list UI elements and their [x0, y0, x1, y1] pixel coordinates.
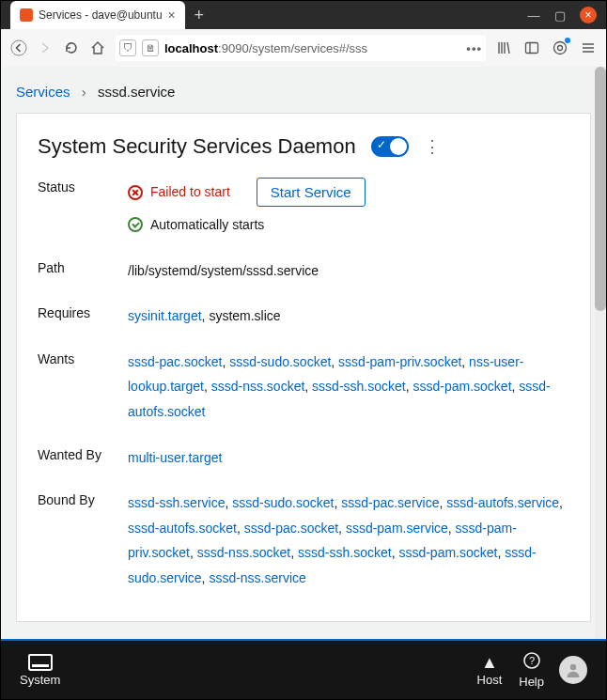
unit-link[interactable]: sssd-sudo.socket — [229, 354, 331, 369]
requires-list: sysinit.target, system.slice — [128, 303, 569, 329]
scrollbar-track[interactable] — [595, 67, 606, 641]
unit-link[interactable]: sssd-pac.socket — [244, 521, 338, 536]
unit-link[interactable]: multi-user.target — [128, 450, 222, 465]
unit-link: system.slice — [209, 308, 280, 323]
unit-link[interactable]: sysinit.target — [128, 308, 202, 323]
url-bar[interactable]: ⛉ 🗎 localhost:9090/system/services#/sss … — [116, 35, 486, 61]
page-title: System Security Services Daemon — [38, 134, 356, 159]
error-circle-icon — [128, 185, 143, 200]
unit-link[interactable]: sssd-ssh.service — [128, 495, 225, 510]
window-close-icon[interactable]: × — [580, 7, 597, 23]
nav-system-label: System — [20, 673, 60, 687]
unit-link[interactable]: sssd-pac.service — [341, 495, 439, 510]
wants-label: Wants — [38, 350, 128, 366]
help-icon: ? — [522, 651, 541, 673]
nav-help[interactable]: ? Help — [519, 651, 544, 689]
wanted-by-list: multi-user.target — [128, 445, 569, 471]
window-minimize-icon[interactable]: — — [527, 8, 540, 22]
unit-link[interactable]: sssd-pam.socket — [412, 379, 511, 394]
shield-icon[interactable]: ⛉ — [119, 39, 136, 56]
unit-link[interactable]: sssd-nss.socket — [197, 545, 291, 560]
user-avatar[interactable] — [559, 656, 587, 684]
breadcrumb-root-link[interactable]: Services — [16, 84, 70, 100]
wants-list: sssd-pac.socket, sssd-sudo.socket, sssd-… — [128, 350, 569, 425]
nav-system[interactable]: System — [20, 654, 60, 687]
svg-rect-1 — [526, 43, 538, 54]
chevron-right-icon: › — [82, 84, 86, 100]
reload-icon[interactable] — [63, 39, 80, 56]
svg-text:?: ? — [529, 655, 535, 666]
nav-help-label: Help — [519, 675, 544, 689]
unit-link[interactable]: sssd-nss.service — [209, 570, 305, 585]
unit-link[interactable]: sssd-autofs.service — [446, 495, 559, 510]
browser-tab[interactable]: Services - dave@ubuntu × — [10, 1, 185, 29]
sidebar-icon[interactable] — [523, 39, 540, 56]
unit-link[interactable]: sssd-pam-priv.socket — [338, 354, 461, 369]
chevron-up-icon: ▲ — [481, 654, 498, 671]
url-text: localhost:9090/system/services#/sss — [164, 41, 460, 55]
favicon-icon — [20, 8, 33, 22]
menu-icon[interactable] — [580, 39, 597, 56]
library-icon[interactable] — [495, 39, 512, 56]
nav-forward-icon — [37, 39, 54, 56]
nav-host[interactable]: ▲ Host — [477, 654, 503, 687]
service-card: System Security Services Daemon ✓ ⋮ Stat… — [16, 113, 591, 622]
requires-label: Requires — [38, 303, 128, 320]
svg-point-0 — [11, 40, 26, 55]
tab-title: Services - dave@ubuntu — [39, 8, 163, 22]
start-service-button[interactable]: Start Service — [257, 178, 366, 207]
path-value: /lib/systemd/system/sssd.service — [128, 258, 569, 284]
status-label: Status — [38, 178, 128, 194]
unit-link[interactable]: sssd-pam.service — [346, 521, 448, 536]
window-maximize-icon[interactable]: ▢ — [553, 8, 567, 22]
unit-link[interactable]: sssd-autofs.socket — [128, 521, 237, 536]
status-auto-text: Automatically starts — [150, 212, 264, 238]
browser-toolbar: ⛉ 🗎 localhost:9090/system/services#/sss … — [1, 29, 606, 68]
unit-link[interactable]: sssd-sudo.socket — [232, 495, 334, 510]
wanted-by-label: Wanted By — [38, 445, 128, 462]
profile-icon[interactable] — [552, 39, 568, 56]
svg-point-3 — [554, 42, 567, 54]
window-titlebar: Services - dave@ubuntu × + — ▢ × — [1, 1, 606, 29]
check-icon: ✓ — [377, 138, 386, 151]
unit-link[interactable]: sssd-nss.socket — [211, 379, 305, 394]
nav-host-label: Host — [477, 673, 503, 687]
service-enable-toggle[interactable]: ✓ — [371, 136, 409, 157]
kebab-menu-icon[interactable]: ⋮ — [424, 138, 441, 155]
svg-point-7 — [570, 664, 576, 670]
new-tab-button[interactable]: + — [189, 5, 210, 25]
bound-by-list: sssd-ssh.service, sssd-sudo.socket, sssd… — [128, 490, 569, 590]
url-more-icon[interactable]: ••• — [466, 41, 482, 55]
scrollbar-thumb[interactable] — [595, 67, 606, 311]
nav-back-icon[interactable] — [10, 39, 27, 56]
bound-by-label: Bound By — [38, 490, 128, 507]
tab-close-icon[interactable]: × — [168, 8, 176, 22]
unit-link[interactable]: sssd-pac.socket — [128, 354, 222, 369]
svg-point-4 — [558, 46, 563, 51]
toggle-knob — [390, 138, 407, 155]
breadcrumb: Services › sssd.service — [16, 78, 591, 113]
success-circle-icon — [128, 217, 143, 232]
path-label: Path — [38, 258, 128, 275]
home-icon[interactable] — [89, 39, 106, 56]
unit-link[interactable]: sssd-ssh.socket — [312, 379, 406, 394]
unit-link[interactable]: sssd-pam.socket — [398, 545, 497, 560]
server-icon — [28, 654, 53, 671]
site-info-icon[interactable]: 🗎 — [142, 39, 159, 56]
status-failed-text: Failed to start — [150, 179, 230, 205]
breadcrumb-current: sssd.service — [98, 84, 176, 100]
unit-link[interactable]: sssd-ssh.socket — [298, 545, 392, 560]
page-content: Services › sssd.service System Security … — [1, 67, 606, 641]
cockpit-bottom-nav: System ▲ Host ? Help — [1, 639, 606, 699]
